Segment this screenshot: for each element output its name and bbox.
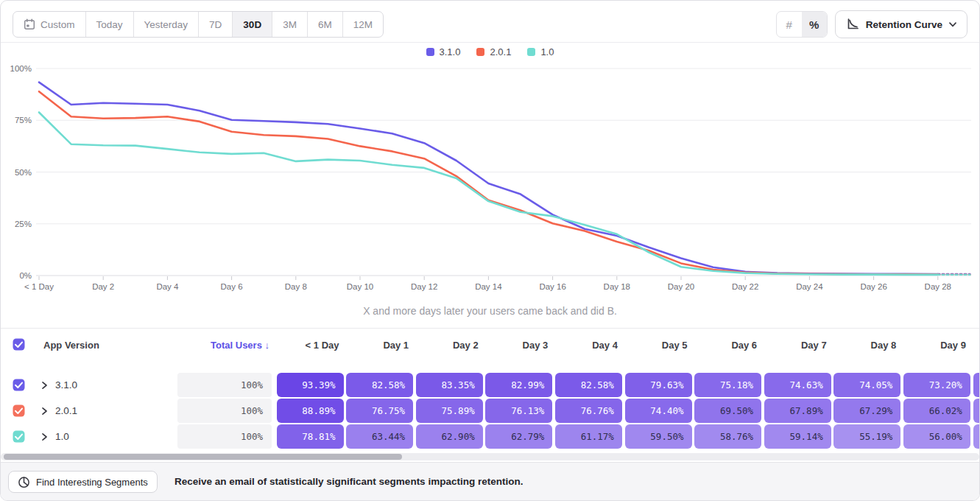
x-axis-label: Day 2 xyxy=(92,282,114,291)
footer-message: Receive an email of statistically signif… xyxy=(175,476,523,487)
retention-cell-2-0-1-day-5[interactable]: 74.40% xyxy=(625,399,692,423)
x-axis-label: Day 28 xyxy=(925,282,951,291)
series-line-3-1-0[interactable] xyxy=(39,83,938,274)
retention-cell-clipped[interactable] xyxy=(973,373,980,397)
retention-cell-3-1-0-day-7[interactable]: 74.63% xyxy=(764,373,831,397)
segments-button-label: Find Interesting Segments xyxy=(36,477,148,488)
y-axis-label: 0% xyxy=(19,271,32,280)
column-header-app-version[interactable]: App Version xyxy=(43,340,99,351)
select-all-checkbox[interactable] xyxy=(13,338,25,351)
x-axis-label: Day 16 xyxy=(539,282,565,291)
retention-cell-1-0-day-9[interactable]: 56.00% xyxy=(903,424,970,449)
retention-cell-3-1-0-day-5[interactable]: 79.63% xyxy=(625,373,692,397)
total-users-cell: 100% xyxy=(177,399,272,423)
x-axis-label: Day 6 xyxy=(221,282,243,291)
retention-cell-2-0-1-day-9[interactable]: 66.02% xyxy=(903,399,970,423)
retention-cell-3-1-0-day-4[interactable]: 82.58% xyxy=(555,373,622,397)
row-checkbox-2-0-1[interactable] xyxy=(13,404,25,417)
retention-cell-3-1-0-day-6[interactable]: 75.18% xyxy=(694,373,761,397)
segments-icon xyxy=(18,476,30,488)
x-axis-label: Day 8 xyxy=(285,282,307,291)
row-expander-chevron-icon[interactable] xyxy=(41,407,48,416)
retention-cell-3-1-0-day-0[interactable]: 93.39% xyxy=(277,373,344,397)
footer-bar: Find Interesting Segments Receive an ema… xyxy=(1,462,979,500)
retention-cell-2-0-1-day-2[interactable]: 75.89% xyxy=(416,399,483,423)
horizontal-scrollbar-thumb[interactable] xyxy=(4,454,402,460)
retention-line-chart: 0%25%50%75%100%< 1 DayDay 2Day 4Day 6Day… xyxy=(1,1,980,325)
x-axis-label: Day 26 xyxy=(860,282,886,291)
total-users-cell: 100% xyxy=(177,373,272,397)
retention-cell-1-0-day-2[interactable]: 62.90% xyxy=(416,424,483,449)
x-axis-label: Day 24 xyxy=(796,282,823,291)
retention-cell-2-0-1-day-7[interactable]: 67.89% xyxy=(764,399,831,423)
retention-cell-2-0-1-day-8[interactable]: 67.29% xyxy=(833,399,900,423)
series-line-1-0[interactable] xyxy=(39,113,938,275)
find-interesting-segments-button[interactable]: Find Interesting Segments xyxy=(8,471,158,493)
x-axis-label: Day 10 xyxy=(347,282,373,291)
horizontal-scrollbar-track[interactable] xyxy=(1,453,979,460)
retention-cell-1-0-day-6[interactable]: 58.76% xyxy=(694,424,761,449)
retention-cell-1-0-day-8[interactable]: 55.19% xyxy=(833,424,900,449)
chart-caption: X and more days later your users came ba… xyxy=(1,305,979,317)
total-users-cell: 100% xyxy=(177,424,272,449)
column-header-day-7[interactable]: Day 7 xyxy=(764,340,831,351)
column-header-day-3[interactable]: Day 3 xyxy=(485,340,552,351)
row-expander-chevron-icon[interactable] xyxy=(41,432,48,441)
column-header-day-4[interactable]: Day 4 xyxy=(555,340,622,351)
retention-cell-1-0-day-7[interactable]: 59.14% xyxy=(764,424,831,449)
retention-cell-3-1-0-day-2[interactable]: 83.35% xyxy=(416,373,483,397)
retention-cell-2-0-1-day-0[interactable]: 88.89% xyxy=(277,399,344,423)
retention-report-panel: CustomTodayYesterday7D30D3M6M12M #% Rete… xyxy=(0,0,980,501)
column-header-total-users-sorted[interactable]: Total Users ↓ xyxy=(177,340,269,351)
retention-cell-clipped[interactable] xyxy=(973,424,980,449)
row-checkbox-3-1-0[interactable] xyxy=(13,379,25,391)
x-axis-label: Day 12 xyxy=(411,282,437,291)
retention-cell-1-0-day-3[interactable]: 62.79% xyxy=(485,424,552,449)
column-header-1-day[interactable]: < 1 Day xyxy=(277,340,344,351)
x-axis-label: Day 22 xyxy=(732,282,758,291)
x-axis-label: Day 14 xyxy=(475,282,502,291)
y-axis-label: 50% xyxy=(15,168,32,177)
x-axis-label: Day 20 xyxy=(668,282,694,291)
row-label-3-1-0: 3.1.0 xyxy=(55,379,77,390)
retention-cell-1-0-day-1[interactable]: 63.44% xyxy=(346,424,413,449)
y-axis-label: 25% xyxy=(15,220,32,228)
retention-cell-2-0-1-day-4[interactable]: 76.76% xyxy=(555,399,622,423)
column-header-day-6[interactable]: Day 6 xyxy=(694,340,761,351)
retention-cell-clipped[interactable] xyxy=(973,399,980,423)
row-checkbox-1-0[interactable] xyxy=(13,430,25,443)
retention-cell-1-0-day-5[interactable]: 59.50% xyxy=(625,424,692,449)
retention-cell-1-0-day-0[interactable]: 78.81% xyxy=(277,424,344,449)
x-axis-label: < 1 Day xyxy=(24,282,54,291)
row-expander-chevron-icon[interactable] xyxy=(41,381,48,390)
retention-cell-3-1-0-day-3[interactable]: 82.99% xyxy=(485,373,552,397)
column-header-day-5[interactable]: Day 5 xyxy=(625,340,692,351)
x-axis-label: Day 18 xyxy=(604,282,630,291)
retention-cell-2-0-1-day-6[interactable]: 69.50% xyxy=(694,399,761,423)
retention-cell-3-1-0-day-1[interactable]: 82.58% xyxy=(346,373,413,397)
x-axis-label: Day 4 xyxy=(156,282,179,291)
table-divider xyxy=(1,328,979,329)
y-axis-label: 75% xyxy=(15,116,32,125)
y-axis-label: 100% xyxy=(10,64,32,73)
column-header-day-9[interactable]: Day 9 xyxy=(903,340,970,351)
retention-cell-3-1-0-day-9[interactable]: 73.20% xyxy=(903,373,970,397)
retention-cell-2-0-1-day-3[interactable]: 76.13% xyxy=(485,399,552,423)
column-header-day-8[interactable]: Day 8 xyxy=(833,340,900,351)
column-header-day-1[interactable]: Day 1 xyxy=(346,340,413,351)
retention-cell-2-0-1-day-1[interactable]: 76.75% xyxy=(346,399,413,423)
retention-cell-1-0-day-4[interactable]: 61.17% xyxy=(555,424,622,449)
row-label-2-0-1: 2.0.1 xyxy=(55,405,77,416)
column-header-day-2[interactable]: Day 2 xyxy=(416,340,483,351)
retention-cell-3-1-0-day-8[interactable]: 74.05% xyxy=(833,373,900,397)
row-label-1-0: 1.0 xyxy=(55,431,69,442)
